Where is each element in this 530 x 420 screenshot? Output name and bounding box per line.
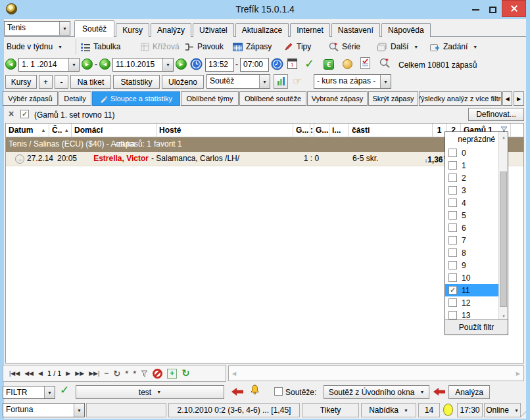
- date-from-next-button[interactable]: ▶: [82, 58, 93, 70]
- filter-option-2[interactable]: 2: [445, 172, 500, 184]
- chevron-down-icon[interactable]: ▼: [162, 58, 173, 71]
- dropdown-scrollbar[interactable]: ▲ ▼: [498, 132, 508, 321]
- time-from-button[interactable]: [190, 58, 203, 70]
- date-from-prev-button[interactable]: ◀: [5, 58, 16, 70]
- statistiky-button[interactable]: Statistiky: [113, 75, 160, 89]
- refresh-button[interactable]: ↻: [113, 369, 120, 379]
- checkbox-checked-icon[interactable]: ✓: [448, 286, 457, 294]
- tikety-panel[interactable]: Tikety: [302, 403, 359, 417]
- define-filter-button[interactable]: Definovat...: [468, 108, 524, 121]
- bell-icon[interactable]: [249, 384, 260, 395]
- scroll-right-icon[interactable]: ▶: [516, 371, 520, 377]
- zadani-dropdown[interactable]: Zadání ▼: [430, 39, 477, 55]
- tab-vybrane-zapasy[interactable]: Vybrané zápasy: [307, 91, 368, 106]
- chevron-down-icon[interactable]: ▼: [74, 404, 84, 417]
- tab-oblibene-souteze[interactable]: Oblíbené soutěže: [239, 91, 306, 106]
- search-button[interactable]: [379, 58, 390, 68]
- tab-vyber-zapasu[interactable]: Výběr zápasů: [3, 91, 58, 106]
- nav-last-button[interactable]: ▶▶|: [89, 370, 99, 377]
- apply-left-arrow2-icon[interactable]: [433, 388, 445, 396]
- kursy-button[interactable]: Kursy: [5, 75, 37, 89]
- tab-sloupce-a-statistiky[interactable]: Sloupce a statistiky: [92, 91, 180, 106]
- souteze-checkbox[interactable]: [274, 387, 283, 396]
- star2-button[interactable]: *: [133, 369, 136, 379]
- add-image-icon[interactable]: +: [167, 369, 177, 379]
- close-button[interactable]: [502, 0, 526, 17]
- tab-uzivatel[interactable]: Uživatel: [193, 23, 234, 37]
- scrollbar-thumb[interactable]: [500, 172, 507, 307]
- horizontal-scrollbar[interactable]: ◀ ▶: [228, 365, 524, 381]
- column-header-casti[interactable]: části: [349, 124, 433, 137]
- scroll-up-icon[interactable]: ▲: [499, 132, 508, 142]
- remove-filter-icon[interactable]: ×: [9, 108, 14, 119]
- confirm-button[interactable]: ✓: [304, 57, 314, 71]
- chevron-down-icon[interactable]: ▼: [44, 386, 55, 398]
- checkbox-icon[interactable]: [448, 198, 457, 207]
- tab-nastaveni[interactable]: Nastavení: [331, 23, 380, 37]
- tab-detaily[interactable]: Detaily: [59, 91, 91, 106]
- checkbox-icon[interactable]: [448, 261, 457, 269]
- period-dropdown[interactable]: Bude v týdnu ▼: [7, 39, 62, 55]
- tab-vysledky-analyz[interactable]: Výsledky analýz z více filtrů: [419, 91, 502, 106]
- filter-option-8[interactable]: 8: [445, 246, 500, 259]
- apply-left-arrow-icon[interactable]: [231, 388, 243, 396]
- chevron-down-icon[interactable]: ▼: [380, 75, 391, 88]
- sort-columns-button[interactable]: [274, 74, 288, 89]
- chevron-down-icon[interactable]: ▼: [59, 22, 70, 35]
- kurs-select[interactable]: - kurs na zápas - ▼: [314, 74, 391, 89]
- checkbox-icon[interactable]: [448, 236, 457, 245]
- serie-button[interactable]: Série: [329, 39, 360, 55]
- plus-button[interactable]: +: [39, 75, 53, 89]
- tab-oblibene-tymy[interactable]: Oblíbené týmy: [181, 91, 239, 106]
- date-to-prev-button[interactable]: ◀: [99, 58, 110, 70]
- column-header-cas[interactable]: Č..▲: [49, 124, 72, 137]
- filter-option-4[interactable]: 4: [445, 197, 500, 209]
- chevron-down-icon[interactable]: ▼: [68, 58, 79, 71]
- source-dropdown-button[interactable]: Soutěž z Úvodního okna ▼: [324, 385, 429, 399]
- ulozeno-button[interactable]: Uloženo: [162, 75, 204, 89]
- minus-button[interactable]: -: [55, 75, 68, 89]
- column-header-domaci[interactable]: Domácí: [72, 124, 157, 137]
- filter-option-12[interactable]: 12: [445, 296, 500, 309]
- tipy-button[interactable]: Tipy: [284, 39, 311, 55]
- filter-option-6[interactable]: 6: [445, 222, 500, 234]
- hand-pointer-icon[interactable]: ☞: [293, 75, 302, 87]
- date-to-select[interactable]: 11.10.2015 ▼: [112, 58, 174, 72]
- reload-green-button[interactable]: ↻: [181, 367, 190, 379]
- star-button[interactable]: *: [125, 369, 128, 379]
- column-header-g1[interactable]: G...: [293, 124, 310, 137]
- cancel-refresh-icon[interactable]: [153, 369, 162, 379]
- collapse-button[interactable]: −: [104, 369, 108, 378]
- bookmaker-select[interactable]: Fortuna ▼: [3, 403, 85, 417]
- row-marker-icon[interactable]: →: [15, 154, 24, 164]
- date-to-next-button[interactable]: ▶: [176, 58, 187, 70]
- column-header-g2[interactable]: G...: [314, 124, 329, 137]
- time-to-button[interactable]: [271, 58, 283, 70]
- funnel-button[interactable]: [141, 370, 148, 377]
- resize-grip[interactable]: [520, 411, 526, 417]
- time-to-input[interactable]: 07:00: [240, 58, 269, 72]
- tabs-scroll-right-button[interactable]: ▶: [514, 91, 524, 106]
- nav-prev-button[interactable]: ◀: [38, 370, 43, 377]
- checkbox-icon[interactable]: [448, 161, 457, 170]
- minimize-button[interactable]: [468, 4, 483, 16]
- column-header-hoste[interactable]: Hosté: [157, 124, 293, 137]
- euro-button[interactable]: €: [324, 59, 334, 70]
- checkbox-icon[interactable]: [448, 186, 457, 195]
- tab-aktualizace[interactable]: Aktualizace: [235, 23, 289, 37]
- filter-option-5[interactable]: 5: [445, 209, 500, 222]
- filter-option-1[interactable]: 1: [445, 159, 500, 172]
- tab-kursy[interactable]: Kursy: [116, 23, 149, 37]
- tab-napoveda[interactable]: Nápověda: [381, 23, 431, 37]
- scroll-left-icon[interactable]: ◀: [232, 371, 236, 377]
- preset-dropdown-button[interactable]: test ▼: [76, 385, 224, 399]
- tabs-scroll-left-button[interactable]: ◀: [502, 91, 512, 106]
- filter-option-3[interactable]: 3: [445, 184, 500, 197]
- tabulka-button[interactable]: Tabulka: [81, 39, 120, 55]
- checkbox-icon[interactable]: [448, 223, 457, 232]
- checkbox-icon[interactable]: [448, 174, 457, 182]
- lamp-icon[interactable]: [343, 59, 352, 69]
- checklist-button[interactable]: [360, 57, 370, 69]
- nav-prevpage-button[interactable]: ◀◀: [24, 370, 34, 377]
- maximize-button[interactable]: [485, 3, 500, 16]
